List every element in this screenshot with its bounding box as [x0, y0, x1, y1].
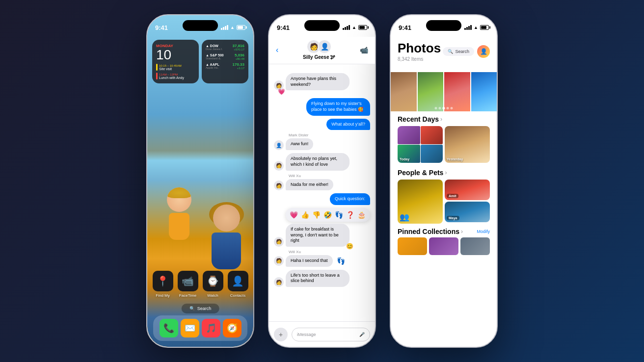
dot-1 — [435, 107, 437, 109]
phone-photos: 9:41 ▲ Photos 8,342 Items — [390, 14, 498, 348]
chevron-icon: › — [440, 116, 442, 123]
phone-messages: 9:41 ▲ ‹ 🧑 👤 — [268, 14, 376, 348]
battery-icon — [237, 25, 245, 30]
search-pill[interactable]: 🔍 Search — [182, 304, 219, 313]
hero-photo-4[interactable] — [471, 72, 497, 111]
bubble-text: Quick question: — [330, 193, 370, 205]
add-attachment-button[interactable]: + — [274, 328, 288, 341]
section-title: Recent Days — [398, 115, 439, 123]
bubble-text: Absolutely no plans yet, which I kind of… — [286, 153, 349, 170]
message-bubble: Quick question: — [274, 193, 370, 205]
signal-icon-2 — [343, 25, 350, 30]
hero-pagination — [435, 107, 453, 109]
back-button[interactable]: ‹ — [276, 46, 278, 54]
search-icon: 🔍 — [448, 49, 453, 54]
app-facetime[interactable]: 📹 FaceTime — [177, 271, 198, 298]
photos-title: Photos — [398, 41, 441, 56]
sender-avatar: 🧑 — [274, 256, 284, 266]
pinned-thumb-1[interactable] — [398, 237, 427, 255]
yesterday-label: Yesterday — [447, 157, 463, 161]
hero-photo-2[interactable] — [418, 72, 444, 111]
dot-5 — [451, 107, 453, 109]
stock-aapl: ▲ AAPL Apple Inc. 170.33 +3.17 — [206, 62, 244, 70]
group-icon: 👥 — [400, 212, 409, 222]
status-time: 9:41 — [155, 24, 168, 31]
user-avatar[interactable]: 👤 — [477, 45, 490, 58]
status-icons-2: ▲ — [343, 25, 367, 30]
battery-icon-2 — [358, 25, 367, 30]
sender-label: Will Xu — [289, 250, 370, 254]
mic-button[interactable]: 🎤 — [359, 332, 365, 337]
chevron-icon: › — [445, 169, 447, 176]
today-album[interactable]: Today — [398, 126, 443, 163]
dock-mail[interactable]: ✉️ — [181, 319, 199, 337]
phone-homescreen: 9:41 ▲ Monday 10 — [146, 14, 254, 348]
pinned-header: Pinned Collections › Modify — [398, 228, 490, 235]
message-bubble: 🧑 Nada for me either! — [274, 179, 370, 191]
app-findmy[interactable]: 📍 Find My — [152, 271, 173, 298]
pinned-thumb-3[interactable] — [460, 237, 490, 255]
input-placeholder: iMessage — [297, 332, 316, 337]
message-bubble: 🧑 If cake for breakfast is wrong, I don'… — [274, 224, 370, 247]
messages-list: 🧑 Anyone have plans this weekend? 💗 Flyi… — [269, 69, 375, 321]
video-call-button[interactable]: 📹 — [360, 46, 368, 54]
recent-days-section: Recent Days › Today — [391, 111, 497, 165]
reaction: 💗 — [278, 88, 285, 95]
photos-content: Recent Days › Today — [391, 72, 497, 347]
message-bubble: What about y'all? — [274, 119, 370, 130]
stocks-widget[interactable]: ▲ DOW Dow Jones I. 37,816 +570.17 ▲ S&P … — [202, 40, 248, 83]
yesterday-album[interactable]: Yesterday — [445, 126, 490, 163]
people-pets-section: People & Pets › 👥 Amit Maya — [391, 165, 497, 226]
dock-music[interactable]: 🎵 — [202, 319, 220, 337]
amit-photo[interactable]: Amit — [445, 180, 490, 200]
pinned-thumb-2[interactable] — [429, 237, 458, 255]
dynamic-island-2 — [304, 20, 340, 31]
status-time-3: 9:41 — [399, 24, 411, 31]
search-label: Search — [197, 306, 212, 311]
stock-dow: ▲ DOW Dow Jones I. 37,816 +570.17 — [206, 44, 244, 51]
sender-label: Mark Disler — [289, 133, 370, 137]
message-bubble: 🧑 Anyone have plans this weekend? 💗 — [274, 73, 370, 95]
stock-sp500: ▲ S&P 500 Standard &. 5,036 +80.48 — [206, 53, 244, 60]
bubble-text: Haha I second that — [286, 255, 333, 267]
dot-4 — [447, 107, 449, 109]
bubble-text: Nada for me either! — [286, 179, 333, 191]
status-time-2: 9:41 — [277, 24, 290, 31]
chevron-icon: › — [461, 228, 463, 235]
person-name-maya: Maya — [447, 216, 459, 220]
message-bubble: 🧑 Absolutely no plans yet, which I kind … — [274, 153, 370, 170]
wifi-icon: ▲ — [230, 25, 235, 30]
search-label: Search — [455, 49, 469, 54]
dynamic-island — [183, 20, 218, 31]
emoji-picker[interactable]: 💗 👍 👎 🤣 👣 ❓ 🎂 — [286, 208, 370, 222]
maya-photo[interactable]: Maya — [445, 202, 490, 222]
photos-search-button[interactable]: 🔍 Search — [443, 47, 474, 56]
bubble-text: If cake for breakfast is wrong, I don't … — [286, 224, 349, 247]
bubble-text: Life's too short to leave a slice behind — [286, 270, 349, 287]
sender-label: Will Xu — [289, 174, 370, 178]
calendar-widget[interactable]: Monday 10 10:15 – 10:45AM Site visit 11A… — [152, 40, 199, 83]
modify-button[interactable]: Modify — [477, 229, 490, 234]
hero-photos-strip — [391, 72, 497, 111]
bubble-text: Anyone have plans this weekend? — [286, 73, 349, 90]
sender-avatar: 🧑 — [274, 277, 284, 287]
message-bubble: 🧑 Life's too short to leave a slice behi… — [274, 270, 370, 287]
sender-avatar: 🧑 — [274, 161, 284, 171]
hero-photo-3[interactable] — [444, 72, 470, 111]
people-large-photo[interactable]: 👥 — [398, 180, 443, 224]
calendar-event-2: 11AM – 12PM Lunch with Andy — [156, 73, 195, 79]
pinned-strip — [398, 237, 490, 255]
bubble-text: Aww fun! — [286, 138, 313, 150]
today-label: Today — [400, 157, 409, 161]
calendar-date: 10 — [156, 48, 195, 62]
reaction-emoji: 👣 — [337, 257, 345, 265]
dock-phone[interactable]: 📞 — [160, 319, 178, 337]
dock-safari[interactable]: 🧭 — [223, 319, 242, 337]
group-name: Silly Geese 🕊 — [303, 54, 335, 60]
message-bubble: Flying down to my sister's place to see … — [274, 98, 370, 115]
sender-avatar: 🧑 — [274, 237, 284, 247]
signal-icon — [221, 25, 228, 30]
message-input[interactable]: iMessage 🎤 — [292, 328, 370, 341]
hero-photo-1[interactable] — [391, 72, 417, 111]
status-icons-3: ▲ — [464, 25, 489, 30]
